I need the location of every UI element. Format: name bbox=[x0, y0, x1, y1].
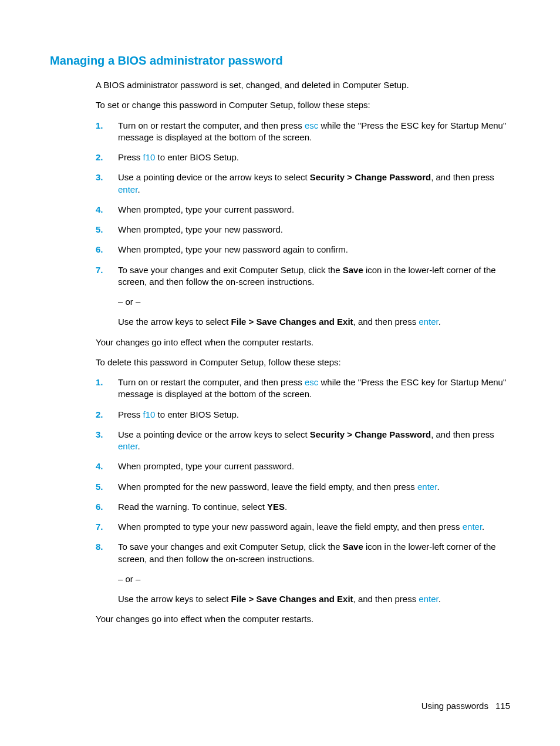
delete-instructions: To delete this password in Computer Setu… bbox=[96, 357, 510, 368]
key-enter: enter bbox=[463, 522, 482, 532]
list-item: 7. When prompted to type your new passwo… bbox=[96, 521, 510, 533]
list-item: 3. Use a pointing device or the arrow ke… bbox=[96, 429, 510, 453]
step-content: Press f10 to enter BIOS Setup. bbox=[118, 152, 510, 163]
step-number: 3. bbox=[96, 172, 118, 196]
list-item: 4. When prompted, type your current pass… bbox=[96, 461, 510, 472]
list-item: 4. When prompted, type your current pass… bbox=[96, 204, 510, 216]
step-content: Use a pointing device or the arrow keys … bbox=[118, 429, 510, 453]
set-steps-list: 1. Turn on or restart the computer, and … bbox=[96, 120, 510, 328]
list-item: 2. Press f10 to enter BIOS Setup. bbox=[96, 409, 510, 421]
step-number: 1. bbox=[96, 120, 118, 144]
key-f10: f10 bbox=[143, 409, 156, 419]
step-content: To save your changes and exit Computer S… bbox=[118, 264, 510, 328]
step-content: To save your changes and exit Computer S… bbox=[118, 541, 510, 605]
step-content: Press f10 to enter BIOS Setup. bbox=[118, 409, 510, 421]
list-item: 3. Use a pointing device or the arrow ke… bbox=[96, 172, 510, 196]
page-footer: Using passwords115 bbox=[421, 700, 510, 712]
step-number: 2. bbox=[96, 152, 118, 163]
step-number: 4. bbox=[96, 204, 118, 216]
step-number: 1. bbox=[96, 377, 118, 401]
step-number: 4. bbox=[96, 461, 118, 472]
step-number: 7. bbox=[96, 521, 118, 533]
step-content: When prompted, type your new password ag… bbox=[118, 244, 510, 256]
list-item: 5. When prompted for the new password, l… bbox=[96, 481, 510, 493]
step-content: When prompted, type your current passwor… bbox=[118, 461, 510, 472]
key-f10: f10 bbox=[143, 152, 156, 162]
delete-steps-list: 1. Turn on or restart the computer, and … bbox=[96, 377, 510, 605]
key-enter: enter bbox=[118, 441, 137, 451]
step-content: When prompted, type your current passwor… bbox=[118, 204, 510, 216]
step-number: 6. bbox=[96, 244, 118, 256]
step-content: When prompted, type your new password. bbox=[118, 224, 510, 236]
list-item: 5. When prompted, type your new password… bbox=[96, 224, 510, 236]
list-item: 7. To save your changes and exit Compute… bbox=[96, 264, 510, 328]
step-number: 2. bbox=[96, 409, 118, 421]
step-number: 8. bbox=[96, 541, 118, 605]
intro-text: A BIOS administrator password is set, ch… bbox=[96, 79, 510, 91]
effect-text: Your changes go into effect when the com… bbox=[96, 337, 510, 348]
list-item: 6. When prompted, type your new password… bbox=[96, 244, 510, 256]
step-content: Use a pointing device or the arrow keys … bbox=[118, 172, 510, 196]
key-enter: enter bbox=[419, 594, 438, 604]
list-item: 1. Turn on or restart the computer, and … bbox=[96, 377, 510, 401]
key-enter: enter bbox=[419, 317, 438, 327]
step-content: Read the warning. To continue, select YE… bbox=[118, 501, 510, 513]
or-separator: – or – bbox=[118, 573, 510, 585]
set-instructions: To set or change this password in Comput… bbox=[96, 99, 510, 111]
page-heading: Managing a BIOS administrator password bbox=[50, 53, 510, 69]
step-number: 7. bbox=[96, 264, 118, 328]
list-item: 2. Press f10 to enter BIOS Setup. bbox=[96, 152, 510, 163]
key-enter: enter bbox=[417, 482, 437, 492]
step-number: 6. bbox=[96, 501, 118, 513]
step-number: 5. bbox=[96, 481, 118, 493]
list-item: 6. Read the warning. To continue, select… bbox=[96, 501, 510, 513]
effect-text: Your changes go into effect when the com… bbox=[96, 613, 510, 625]
step-content: Turn on or restart the computer, and the… bbox=[118, 377, 510, 401]
footer-section: Using passwords bbox=[421, 701, 488, 711]
step-content: When prompted for the new password, leav… bbox=[118, 481, 510, 493]
list-item: 8. To save your changes and exit Compute… bbox=[96, 541, 510, 605]
step-content: Turn on or restart the computer, and the… bbox=[118, 120, 510, 144]
step-number: 3. bbox=[96, 429, 118, 453]
key-enter: enter bbox=[118, 184, 137, 194]
step-content: When prompted to type your new password … bbox=[118, 521, 510, 533]
key-esc: esc bbox=[305, 377, 318, 387]
step-number: 5. bbox=[96, 224, 118, 236]
list-item: 1. Turn on or restart the computer, and … bbox=[96, 120, 510, 144]
key-esc: esc bbox=[305, 120, 318, 130]
or-separator: – or – bbox=[118, 296, 510, 308]
footer-page-number: 115 bbox=[495, 701, 510, 711]
